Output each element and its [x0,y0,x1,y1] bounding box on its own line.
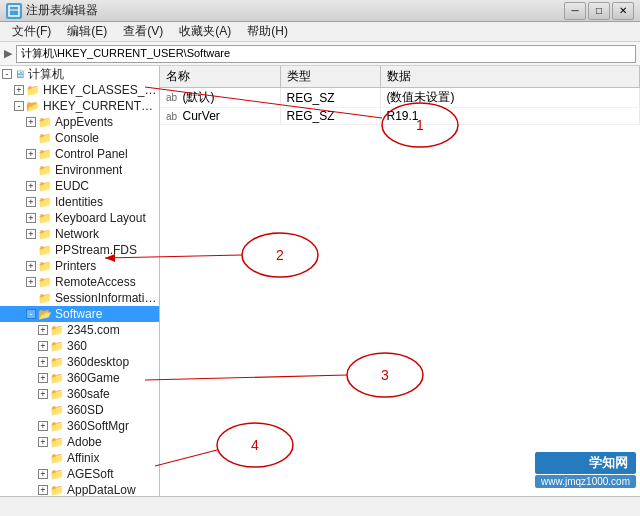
title-bar: 注册表编辑器 ─ □ ✕ [0,0,640,22]
address-path: 计算机\HKEY_CURRENT_USER\Software [21,46,230,61]
s360softmgr-label: 360SoftMgr [67,419,129,433]
close-button[interactable]: ✕ [612,2,634,20]
expand-printers[interactable]: + [26,261,36,271]
tree-item-appdatalow[interactable]: + 📁 AppDataLow [0,482,159,496]
controlpanel-label: Control Panel [55,147,128,161]
app-icon [6,3,22,19]
folder-360softmgr-icon: 📁 [50,420,64,433]
expand-controlpanel[interactable]: + [26,149,36,159]
tree-item-printers[interactable]: + 📁 Printers [0,258,159,274]
menu-help[interactable]: 帮助(H) [239,21,296,42]
folder-identities-icon: 📁 [38,196,52,209]
tree-item-2345[interactable]: + 📁 2345.com [0,322,159,338]
s360game-label: 360Game [67,371,120,385]
table-row[interactable]: ab (默认) REG_SZ (数值未设置) [160,88,640,108]
tree-scroll-area[interactable]: - 🖥 计算机 + 📁 HKEY_CLASSES_ROOT - 📂 HKEY_C… [0,66,159,496]
expand-software[interactable]: - [26,309,36,319]
address-bar[interactable]: 计算机\HKEY_CURRENT_USER\Software [16,45,636,63]
sadobe-label: Adobe [67,435,102,449]
folder-hkcu-icon: 📂 [26,100,40,113]
tree-item-software[interactable]: - 📂 Software [0,306,159,322]
environment-label: Environment [55,163,122,177]
registry-table: 名称 类型 数据 ab (默认) REG_SZ (数值未设置) ab [160,66,640,125]
expand-hkcr[interactable]: + [14,85,24,95]
tree-item-agesoft[interactable]: + 📁 AGESoft [0,466,159,482]
tree-item-sessioninfo[interactable]: 📁 SessionInformation [0,290,159,306]
tree-item-eudc[interactable]: + 📁 EUDC [0,178,159,194]
folder-360safe-icon: 📁 [50,388,64,401]
reg-name-curver-text: CurVer [182,109,219,123]
tree-item-appevents[interactable]: + 📁 AppEvents [0,114,159,130]
folder-appevents-icon: 📁 [38,116,52,129]
tree-item-environment[interactable]: 📁 Environment [0,162,159,178]
folder-printers-icon: 📁 [38,260,52,273]
folder-360desktop-icon: 📁 [50,356,64,369]
tree-item-identities[interactable]: + 📁 Identities [0,194,159,210]
tree-item-hkcr[interactable]: + 📁 HKEY_CLASSES_ROOT [0,82,159,98]
tree-item-360desktop[interactable]: + 📁 360desktop [0,354,159,370]
tree-item-360[interactable]: + 📁 360 [0,338,159,354]
expand-computer[interactable]: - [2,69,12,79]
tree-item-network[interactable]: + 📁 Network [0,226,159,242]
tree-item-keyboard-layout[interactable]: + 📁 Keyboard Layout [0,210,159,226]
tree-item-360game[interactable]: + 📁 360Game [0,370,159,386]
tree-item-360safe[interactable]: + 📁 360safe [0,386,159,402]
menu-edit[interactable]: 编辑(E) [59,21,115,42]
table-row[interactable]: ab CurVer REG_SZ R19.1 [160,108,640,125]
col-name: 名称 [160,66,280,88]
menu-view[interactable]: 查看(V) [115,21,171,42]
status-bar [0,496,640,516]
window-controls: ─ □ ✕ [564,2,634,20]
console-label: Console [55,131,99,145]
registry-tree: - 🖥 计算机 + 📁 HKEY_CLASSES_ROOT - 📂 HKEY_C… [0,66,160,496]
computer-icon: 🖥 [14,68,25,80]
tree-item-console[interactable]: 📁 Console [0,130,159,146]
software-label: Software [55,307,102,321]
folder-adobe-icon: 📁 [50,436,64,449]
expand-identities[interactable]: + [26,197,36,207]
tree-item-ppstream[interactable]: 📁 PPStream.FDS [0,242,159,258]
expand-appdatalow[interactable]: + [38,485,48,495]
folder-keyboard-icon: 📁 [38,212,52,225]
tree-item-remoteaccess[interactable]: + 📁 RemoteAccess [0,274,159,290]
expand-2345[interactable]: + [38,325,48,335]
tree-item-controlpanel[interactable]: + 📁 Control Panel [0,146,159,162]
expand-adobe[interactable]: + [38,437,48,447]
tree-item-360softmgr[interactable]: + 📁 360SoftMgr [0,418,159,434]
folder-appdatalow-icon: 📁 [50,484,64,497]
folder-sessioninfo-icon: 📁 [38,292,52,305]
reg-name-default-text: (默认) [182,90,214,104]
expand-appevents[interactable]: + [26,117,36,127]
folder-environment-icon: 📁 [38,164,52,177]
expand-network[interactable]: + [26,229,36,239]
expand-hkcu[interactable]: - [14,101,24,111]
expand-360safe[interactable]: + [38,389,48,399]
s360desktop-label: 360desktop [67,355,129,369]
expand-360game[interactable]: + [38,373,48,383]
computer-label: 计算机 [28,66,64,83]
expand-eudc[interactable]: + [26,181,36,191]
tree-item-hkcu[interactable]: - 📂 HKEY_CURRENT_USER [0,98,159,114]
folder-network-icon: 📁 [38,228,52,241]
expand-agesoft[interactable]: + [38,469,48,479]
expand-360softmgr[interactable]: + [38,421,48,431]
expand-keyboard-layout[interactable]: + [26,213,36,223]
watermark-line2: www.jmqz1000.com [535,475,636,488]
expand-360desktop[interactable]: + [38,357,48,367]
menu-file[interactable]: 文件(F) [4,21,59,42]
menu-favorites[interactable]: 收藏夹(A) [171,21,239,42]
tree-item-adobe[interactable]: + 📁 Adobe [0,434,159,450]
hkcu-label: HKEY_CURRENT_USER [43,99,157,113]
svg-rect-0 [9,6,19,16]
ppstream-label: PPStream.FDS [55,243,137,257]
printers-label: Printers [55,259,96,273]
maximize-button[interactable]: □ [588,2,610,20]
default-icon: ab [166,92,177,103]
tree-item-affinix[interactable]: 📁 Affinix [0,450,159,466]
minimize-button[interactable]: ─ [564,2,586,20]
tree-item-computer[interactable]: - 🖥 计算机 [0,66,159,82]
expand-remoteaccess[interactable]: + [26,277,36,287]
sappdata-label: AppDataLow [67,483,136,496]
tree-item-360sd[interactable]: 📁 360SD [0,402,159,418]
expand-360[interactable]: + [38,341,48,351]
